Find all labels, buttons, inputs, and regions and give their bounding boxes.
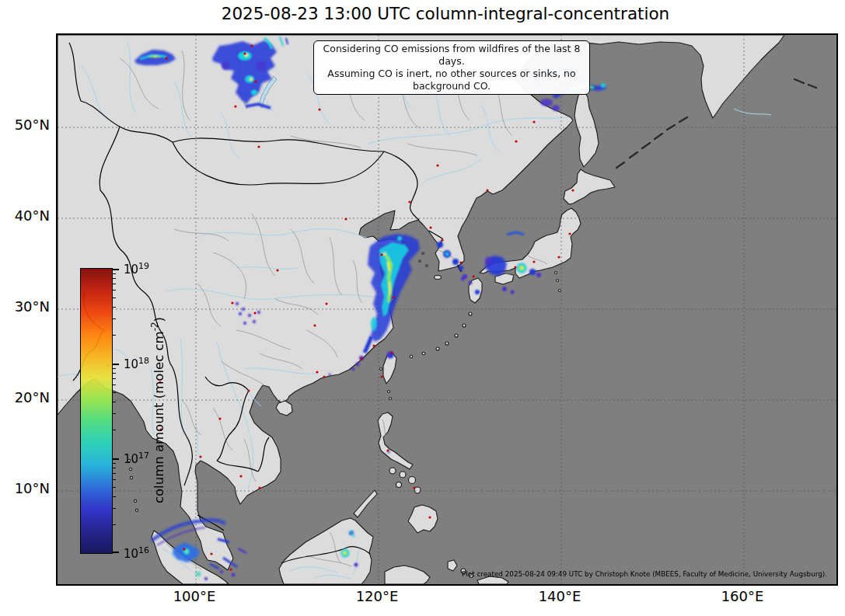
plot-title: 2025-08-23 13:00 UTC column-integral-con… (56, 4, 835, 23)
colorbar-minor-tick (112, 298, 116, 298)
colorbar-minor-tick (112, 385, 116, 385)
colorbar-minor-tick (112, 479, 116, 480)
island-ryukyu (422, 352, 425, 355)
colorbar-minor-tick (112, 290, 116, 291)
colorbar-minor-tick (112, 430, 116, 430)
island-jeju (435, 276, 442, 280)
island-visayas (396, 482, 402, 488)
colorbar-minor-tick (112, 373, 116, 374)
island-batan (389, 398, 392, 400)
colorbar-axis-label: column amount (molec cm-2) (149, 317, 166, 503)
island-yellow-sea (422, 252, 424, 255)
island-izu (559, 290, 561, 292)
colorbar-minor-tick (112, 318, 116, 319)
island-izu (557, 280, 559, 282)
island-ryukyu (463, 324, 466, 327)
lat-tick-label-10n: 10°N (0, 480, 50, 496)
lat-tick-label-30n: 30°N (0, 298, 50, 315)
lat-tick-label-20n: 20°N (0, 389, 50, 405)
colorbar-major-tick (112, 458, 119, 460)
colorbar-major-tick (112, 269, 119, 270)
colorbar-minor-tick (112, 508, 116, 509)
colorbar-tick-label: 1016 (124, 545, 149, 561)
lon-tick-label-160e: 160°E (707, 588, 777, 604)
island-yellow-sea (419, 260, 421, 263)
map-canvas (58, 35, 836, 584)
colorbar-minor-tick (112, 335, 116, 336)
island-ryukyu (455, 334, 458, 337)
colorbar-major-tick (112, 364, 119, 365)
colorbar-minor-tick (112, 463, 116, 464)
island-andaman (129, 468, 131, 470)
colorbar-minor-tick (112, 487, 116, 488)
colorbar-minor-tick (112, 402, 116, 402)
colorbar-minor-tick (112, 284, 116, 284)
island-ryukyu (445, 342, 449, 345)
colorbar: 1019101810171016 (80, 268, 113, 554)
colorbar-minor-tick (112, 468, 116, 468)
colorbar-gradient (81, 269, 112, 553)
island-yellow-sea (426, 265, 428, 267)
lat-tick-label-40n: 40°N (0, 207, 50, 224)
colorbar-minor-tick (112, 413, 116, 414)
colorbar-minor-tick (112, 524, 116, 525)
annotation-line-1: Considering CO emissions from wildfires … (317, 43, 586, 68)
island-izu (555, 272, 557, 274)
lon-tick-label-100e: 100°E (159, 588, 229, 604)
credit-text: Plot created 2025-08-24 09:49 UTC by Chr… (462, 570, 827, 578)
island-visayas (400, 472, 406, 478)
colorbar-minor-tick (112, 473, 116, 474)
lon-tick-label-140e: 140°E (525, 588, 595, 604)
figure-canvas: 2025-08-23 13:00 UTC column-integral-con… (0, 0, 845, 616)
island-penghu (380, 368, 382, 371)
map-plot-area (56, 33, 838, 586)
colorbar-minor-tick (112, 496, 116, 497)
lat-tick-label-50n: 50°N (0, 117, 50, 133)
colorbar-minor-tick (112, 368, 116, 369)
island-batan (388, 391, 390, 393)
colorbar-minor-tick (112, 273, 116, 274)
colorbar-tick-label: 1017 (124, 451, 149, 466)
annotation-box: Considering CO emissions from wildfires … (313, 40, 590, 95)
island-visayas (409, 477, 416, 484)
colorbar-minor-tick (112, 378, 116, 379)
island-andaman (130, 476, 132, 479)
annotation-line-2: Assuming CO is inert, no other sources o… (317, 68, 586, 92)
colorbar-tick-label: 1019 (124, 261, 149, 277)
island-nicobar (134, 499, 136, 502)
colorbar-minor-tick (112, 307, 116, 308)
lon-tick-label-120e: 120°E (342, 588, 412, 604)
island-visayas (389, 468, 396, 474)
island-nicobar (135, 509, 138, 511)
island-ryukyu (469, 312, 472, 315)
colorbar-minor-tick (112, 392, 116, 393)
island-ryukyu (410, 355, 413, 358)
colorbar-major-tick (112, 552, 119, 553)
colorbar-minor-tick (112, 278, 116, 279)
colorbar-tick-label: 1018 (124, 356, 149, 371)
island-ryukyu (436, 347, 439, 350)
